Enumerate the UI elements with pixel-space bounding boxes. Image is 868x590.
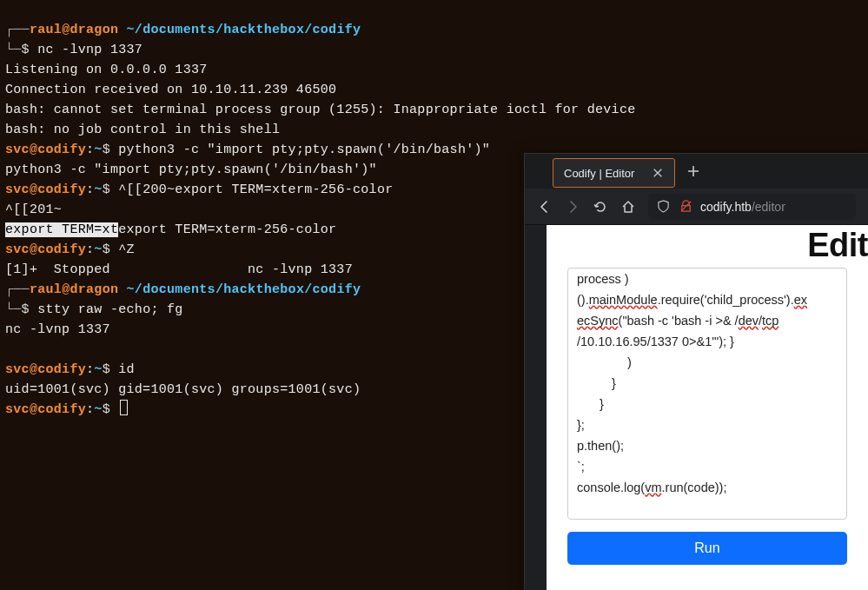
prompt-path: ~/documents/hackthebox/codify — [127, 23, 361, 37]
page-title: Edit — [547, 225, 868, 264]
svc-prompt: svc@codify — [5, 143, 86, 157]
new-tab-button[interactable] — [687, 165, 699, 177]
back-icon[interactable] — [537, 199, 553, 215]
prompt-user: raul — [30, 23, 62, 37]
output-line: nc -lvnp 1337 — [5, 322, 110, 337]
selection-highlight: export TERM=xt — [5, 222, 118, 237]
url-text: codify.htb/editor — [700, 200, 785, 214]
output-line: [1]+ Stopped nc -lvnp 1337 — [5, 262, 353, 277]
shield-icon[interactable] — [655, 199, 671, 215]
close-icon[interactable] — [652, 167, 664, 179]
tab-strip: Codify | Editor — [525, 154, 868, 189]
cursor — [120, 400, 128, 415]
home-icon[interactable] — [620, 199, 636, 215]
command-term: ^[[200~export TERM=xterm-256-color — [118, 182, 393, 197]
code-editor[interactable]: process ) ().mainModule.require('child_p… — [567, 268, 847, 520]
prompt-host: dragon — [70, 23, 118, 37]
browser-toolbar: codify.htb/editor — [525, 189, 868, 225]
page-content: Edit process ) ().mainModule.require('ch… — [547, 225, 868, 590]
command-suspend: ^Z — [118, 242, 135, 257]
tab-title: Codify | Editor — [564, 167, 634, 180]
tab-codify-editor[interactable]: Codify | Editor — [553, 158, 675, 188]
url-bar[interactable]: codify.htb/editor — [648, 194, 856, 220]
prompt-curve: ┌── — [5, 23, 30, 37]
command-nc: nc -lvnp 1337 — [37, 43, 142, 57]
output-line: python3 -c "import pty;pty.spawn('/bin/b… — [5, 162, 377, 177]
run-button[interactable]: Run — [567, 532, 847, 565]
output-line: bash: no job control in this shell — [5, 123, 280, 137]
output-line: bash: cannot set terminal process group … — [5, 103, 636, 117]
output-line: ^[[201~ — [5, 202, 62, 217]
command-id: id — [118, 362, 135, 377]
reload-icon[interactable] — [593, 199, 608, 215]
command-pty: python3 -c "import pty;pty.spawn('/bin/b… — [118, 143, 490, 157]
forward-icon[interactable] — [565, 199, 580, 215]
browser-window: Codify | Editor — [524, 153, 868, 590]
output-line: Connection received on 10.10.11.239 4650… — [5, 83, 336, 97]
lock-slash-icon[interactable] — [678, 199, 693, 215]
output-id: uid=1001(svc) gid=1001(svc) groups=1001(… — [5, 382, 361, 397]
command-stty: stty raw -echo; fg — [37, 302, 182, 317]
output-line: Listening on 0.0.0.0 1337 — [5, 63, 208, 77]
